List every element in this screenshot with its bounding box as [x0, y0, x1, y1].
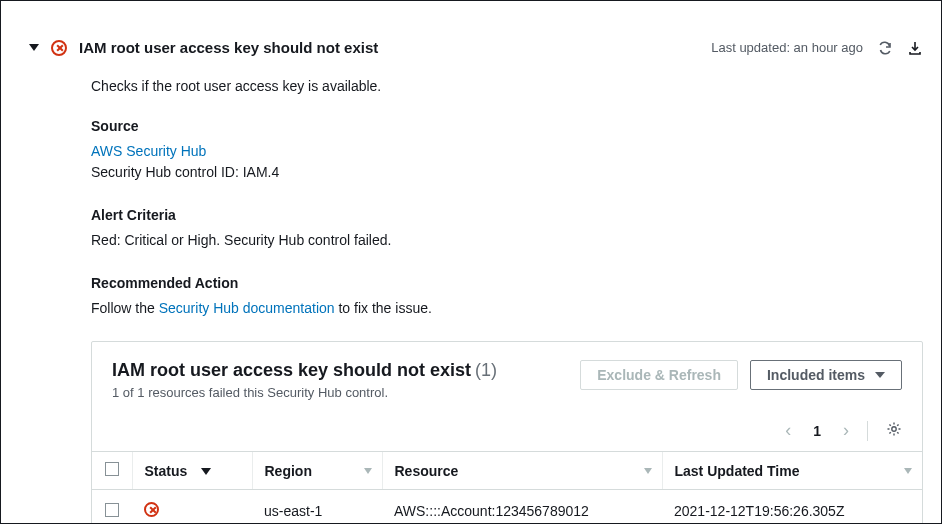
column-resource-label: Resource — [395, 463, 459, 479]
recommended-action-text: Follow the Security Hub documentation to… — [91, 298, 923, 319]
action-suffix: to fix the issue. — [335, 300, 432, 316]
error-status-icon — [144, 502, 159, 517]
included-items-label: Included items — [767, 367, 865, 383]
action-prefix: Follow the — [91, 300, 159, 316]
resources-table: Status Region Resource Last Updated Time… — [92, 451, 922, 524]
column-resource[interactable]: Resource — [382, 452, 662, 490]
collapse-caret-icon[interactable] — [29, 44, 39, 51]
cell-region: us-east-1 — [252, 490, 382, 525]
column-time[interactable]: Last Updated Time — [662, 452, 922, 490]
documentation-link[interactable]: Security Hub documentation — [159, 300, 335, 316]
page-prev-icon[interactable]: ‹ — [785, 420, 791, 441]
column-time-label: Last Updated Time — [675, 463, 800, 479]
column-region[interactable]: Region — [252, 452, 382, 490]
column-status[interactable]: Status — [132, 452, 252, 490]
resources-panel: IAM root user access key should not exis… — [91, 341, 923, 524]
page-number: 1 — [809, 423, 825, 439]
check-description: Checks if the root user access key is av… — [91, 78, 923, 94]
download-icon[interactable] — [907, 40, 923, 56]
source-link[interactable]: AWS Security Hub — [91, 143, 206, 159]
cell-time: 2021-12-12T19:56:26.305Z — [662, 490, 922, 525]
sort-icon — [364, 468, 372, 474]
alert-criteria-label: Alert Criteria — [91, 205, 923, 226]
sort-desc-icon — [201, 468, 211, 475]
column-status-label: Status — [145, 463, 188, 479]
error-status-icon — [51, 40, 67, 56]
exclude-refresh-label: Exclude & Refresh — [597, 367, 721, 383]
sort-icon — [644, 468, 652, 474]
settings-gear-icon[interactable] — [886, 421, 902, 440]
refresh-icon[interactable] — [877, 40, 893, 56]
select-all-header[interactable] — [92, 452, 132, 490]
included-items-button[interactable]: Included items — [750, 360, 902, 390]
page-next-icon[interactable]: › — [843, 420, 849, 441]
panel-subtitle: 1 of 1 resources failed this Security Hu… — [112, 385, 580, 400]
divider — [867, 421, 868, 441]
chevron-down-icon — [875, 372, 885, 378]
sort-icon — [904, 468, 912, 474]
exclude-refresh-button[interactable]: Exclude & Refresh — [580, 360, 738, 390]
check-title: IAM root user access key should not exis… — [79, 39, 378, 56]
control-id-line: Security Hub control ID: IAM.4 — [91, 162, 923, 183]
last-updated-text: Last updated: an hour ago — [711, 40, 863, 55]
panel-count: (1) — [475, 360, 497, 380]
checkbox-icon[interactable] — [105, 462, 119, 476]
row-checkbox[interactable] — [105, 503, 119, 517]
column-region-label: Region — [265, 463, 312, 479]
svg-point-0 — [892, 427, 896, 431]
recommended-action-label: Recommended Action — [91, 273, 923, 294]
panel-title: IAM root user access key should not exis… — [112, 360, 471, 380]
alert-criteria-text: Red: Critical or High. Security Hub cont… — [91, 230, 923, 251]
table-row[interactable]: us-east-1 AWS::::Account:123456789012 20… — [92, 490, 922, 525]
source-label: Source — [91, 116, 923, 137]
cell-resource: AWS::::Account:123456789012 — [382, 490, 662, 525]
